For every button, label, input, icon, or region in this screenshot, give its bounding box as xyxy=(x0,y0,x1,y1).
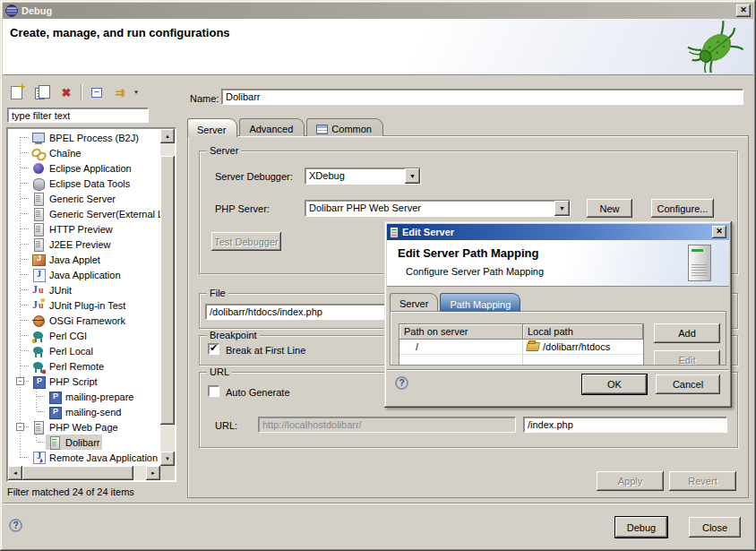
bug-icon xyxy=(687,21,746,73)
filter-button[interactable] xyxy=(109,82,131,102)
filter-icon xyxy=(116,86,125,99)
filter-menu-button[interactable] xyxy=(131,82,142,102)
delete-icon xyxy=(62,86,72,99)
tab-server-settings[interactable]: Server xyxy=(390,293,438,311)
tree-item[interactable]: mailing-send xyxy=(8,404,160,419)
scrollbar-thumb[interactable] xyxy=(160,156,175,425)
scroll-down-icon[interactable]: ▼ xyxy=(160,452,175,466)
tree-item-label: mailing-prepare xyxy=(64,392,133,402)
url-path-input[interactable] xyxy=(523,417,727,433)
collapse-toggle[interactable] xyxy=(16,423,24,431)
tree-item-label: Generic Server(External La xyxy=(48,209,160,220)
tree-item-php-script[interactable]: PHP Script xyxy=(8,374,160,389)
tree-item-label: JUnit xyxy=(48,285,72,296)
debug-button[interactable]: Debug xyxy=(615,517,667,538)
column-path-on-server[interactable]: Path on server xyxy=(399,324,523,340)
tree-item[interactable]: Perl Remote xyxy=(8,358,160,374)
tree-item[interactable]: mailing-prepare xyxy=(8,389,160,404)
tree-item-dolibarr[interactable]: Dolibarr xyxy=(8,435,160,450)
tree-item[interactable]: Eclipse Data Tools xyxy=(8,176,160,191)
tab-label: Server xyxy=(197,125,226,135)
tree-item[interactable]: JUnit xyxy=(8,282,160,297)
tree-item[interactable]: Eclipse Application xyxy=(8,160,160,176)
chevron-down-icon[interactable] xyxy=(554,201,570,216)
scrollbar-thumb[interactable] xyxy=(22,466,133,480)
tab-server[interactable]: Server xyxy=(187,118,237,137)
scroll-right-icon[interactable]: ► xyxy=(146,466,160,480)
tab-label: Advanced xyxy=(249,124,293,134)
page-title: Create, manage, and run configurations xyxy=(10,26,230,39)
tree-item[interactable]: BPEL Process (B2J) xyxy=(8,130,160,145)
tree-horizontal-scrollbar[interactable]: ◄ ► xyxy=(8,466,160,480)
close-icon[interactable] xyxy=(712,226,726,238)
break-first-line-checkbox[interactable] xyxy=(208,343,219,355)
chain-icon xyxy=(31,146,46,160)
edit-server-dialog: Edit Server Edit Server Path Mapping Con… xyxy=(384,221,732,408)
tree-item[interactable]: Perl Local xyxy=(8,343,160,358)
filter-input[interactable] xyxy=(7,108,149,123)
tree-item[interactable]: HTTP Preview xyxy=(8,221,160,237)
close-icon[interactable] xyxy=(736,4,751,17)
local-path-cell: /dolibarr/htdocs xyxy=(523,340,643,354)
tree-vertical-scrollbar[interactable]: ▲ ▼ xyxy=(160,129,175,466)
php-server-select[interactable]: Dolibarr PHP Web Server xyxy=(305,200,571,217)
path-mapping-table: Path on server Local path / /dolibarr/ht… xyxy=(399,323,644,366)
ok-button[interactable]: OK xyxy=(582,375,647,394)
new-configuration-button[interactable] xyxy=(5,82,27,102)
tree-item[interactable]: Chaîne xyxy=(8,145,160,160)
tab-label: Path Mapping xyxy=(450,299,511,310)
tab-advanced[interactable]: Advanced xyxy=(239,118,305,136)
duplicate-button[interactable] xyxy=(30,82,52,102)
column-local-path[interactable]: Local path xyxy=(523,324,643,340)
tree-item[interactable]: Generic Server xyxy=(8,191,160,206)
name-input[interactable] xyxy=(221,89,743,105)
server-icon xyxy=(31,222,46,237)
table-row[interactable]: / /dolibarr/htdocs xyxy=(399,340,643,355)
collapse-toggle[interactable] xyxy=(16,377,24,385)
junit-plugin-icon xyxy=(31,298,46,313)
header-banner: Create, manage, and run configurations xyxy=(3,19,753,75)
test-debugger-button[interactable]: Test Debugger xyxy=(211,232,281,251)
tree-item[interactable]: Perl CGI xyxy=(8,328,160,343)
table-row-empty xyxy=(399,355,643,366)
tab-path-mapping[interactable]: Path Mapping xyxy=(440,293,520,312)
tree-item[interactable]: Remote Java Application xyxy=(8,450,160,465)
auto-generate-checkbox[interactable] xyxy=(208,385,219,397)
dialog-separator xyxy=(387,369,729,371)
tree-item[interactable]: J2EE Preview xyxy=(8,237,160,252)
server-debugger-select[interactable]: XDebug xyxy=(305,168,421,185)
edit-mapping-button[interactable]: Edit xyxy=(654,350,720,366)
apply-button[interactable]: Apply xyxy=(597,471,664,491)
add-mapping-button[interactable]: Add xyxy=(654,323,720,343)
configure-button[interactable]: Configure... xyxy=(651,199,714,218)
tab-label: Server xyxy=(399,298,428,309)
scroll-up-icon[interactable]: ▲ xyxy=(160,129,175,143)
tree-item[interactable]: Java Applet xyxy=(8,252,160,267)
dialog-titlebar[interactable]: Edit Server xyxy=(387,224,729,240)
scroll-left-icon[interactable]: ◄ xyxy=(8,466,22,480)
revert-button[interactable]: Revert xyxy=(669,471,736,491)
empty-cell xyxy=(399,355,523,366)
tree-item[interactable]: Generic Server(External La xyxy=(8,206,160,221)
tree-item[interactable]: OSGi Framework xyxy=(8,313,160,328)
new-server-button[interactable]: New xyxy=(587,199,632,218)
cancel-button[interactable]: Cancel xyxy=(656,375,720,394)
collapse-all-button[interactable] xyxy=(86,82,107,102)
window-titlebar[interactable]: Debug xyxy=(3,3,753,19)
tab-common[interactable]: Common xyxy=(306,118,383,136)
php-script-icon xyxy=(47,405,62,419)
delete-button[interactable] xyxy=(56,82,77,102)
tree-item[interactable]: JUnit Plug-in Test xyxy=(8,297,160,313)
close-button[interactable]: Close xyxy=(689,517,741,538)
chevron-down-icon xyxy=(134,89,138,96)
php-script-icon xyxy=(31,375,46,389)
tree-item-php-web-page[interactable]: PHP Web Page xyxy=(8,419,160,435)
help-icon[interactable] xyxy=(9,519,22,532)
help-icon[interactable] xyxy=(395,376,408,390)
tree-item[interactable]: Java Application xyxy=(8,267,160,282)
tree-item-label: Eclipse Application xyxy=(48,163,132,174)
local-path-value: /dolibarr/htdocs xyxy=(543,341,610,352)
break-first-line-label: Break at First Line xyxy=(226,345,305,356)
chevron-down-icon[interactable] xyxy=(405,168,420,184)
url-group-legend: URL xyxy=(207,366,232,377)
